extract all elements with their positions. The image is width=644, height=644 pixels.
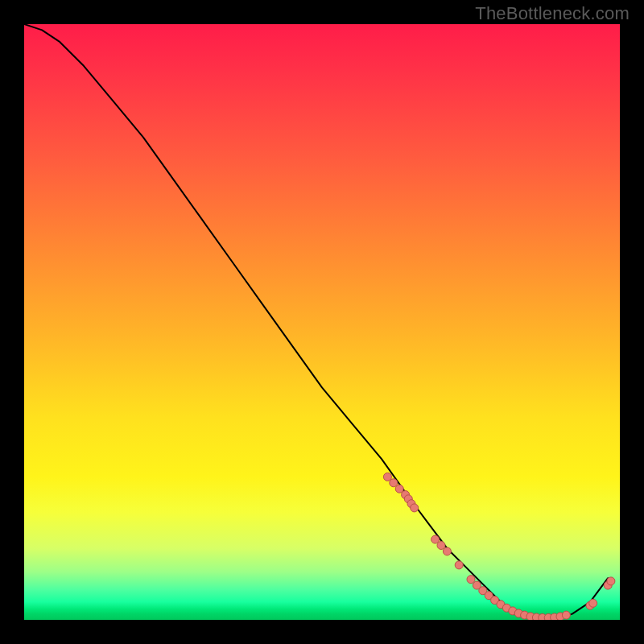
highlight-dot bbox=[467, 576, 475, 584]
highlight-dot bbox=[431, 535, 440, 543]
highlight-dot bbox=[443, 547, 451, 555]
watermark-text: TheBottleneck.com bbox=[475, 3, 630, 24]
highlight-dot bbox=[455, 561, 463, 569]
highlight-dot bbox=[395, 485, 403, 493]
plot-area bbox=[24, 24, 620, 620]
highlight-dots-group bbox=[383, 473, 615, 620]
highlight-dot bbox=[411, 504, 419, 512]
highlight-dot bbox=[562, 611, 570, 619]
highlight-dot bbox=[589, 599, 597, 607]
highlight-dot bbox=[383, 473, 391, 481]
chart-overlay bbox=[24, 24, 620, 620]
bottleneck-curve bbox=[24, 24, 608, 620]
highlight-dot bbox=[607, 577, 615, 585]
highlight-dot bbox=[390, 479, 398, 487]
highlight-dot bbox=[437, 542, 445, 550]
